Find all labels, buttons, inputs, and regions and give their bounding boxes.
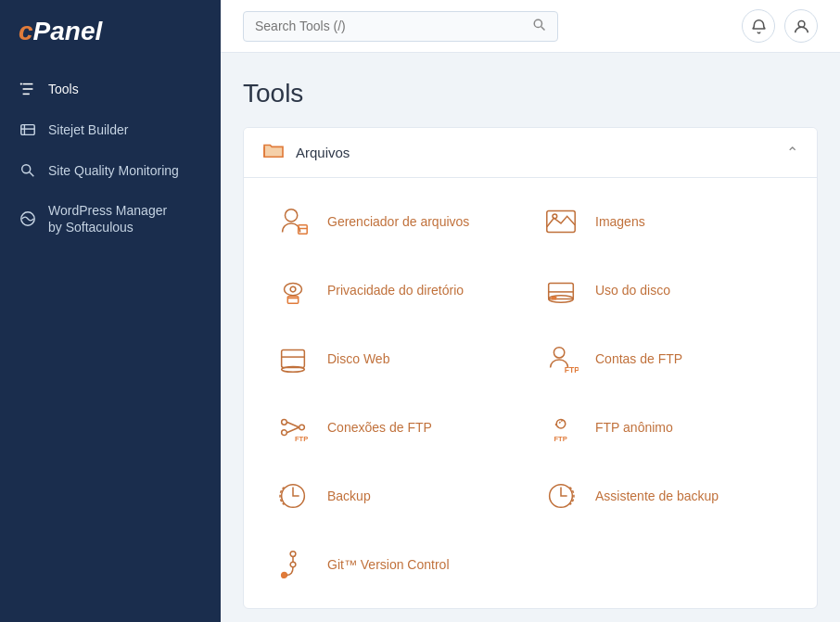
search-bar[interactable] — [243, 11, 558, 42]
tools-grid-arquivos: Gerenciador de arquivos Imagens — [244, 178, 817, 608]
sidebar-item-sitejet-label: Sitejet Builder — [48, 121, 128, 138]
svg-point-42 — [282, 573, 287, 578]
tool-gerenciador[interactable]: Gerenciador de arquivos — [262, 187, 530, 256]
tool-imagens[interactable]: Imagens — [530, 187, 798, 256]
sidebar-item-wordpress-label: WordPress Managerby Softaculous — [48, 202, 167, 235]
svg-text:FTP: FTP — [295, 435, 308, 443]
tool-conexoes-ftp[interactable]: FTP Conexões de FTP — [262, 393, 530, 462]
wordpress-icon — [19, 209, 37, 228]
tool-assistente-backup[interactable]: Assistente de backup — [530, 462, 798, 530]
svg-text:FTP: FTP — [565, 365, 579, 374]
svg-line-34 — [286, 422, 299, 427]
sidebar-item-wordpress[interactable]: WordPress Managerby Softaculous — [0, 191, 221, 247]
svg-point-33 — [299, 425, 305, 430]
tool-contas-ftp[interactable]: FTP Contas de FTP — [530, 324, 798, 393]
tool-ftp-anonimo-label: FTP anônimo — [595, 420, 673, 435]
svg-point-13 — [285, 209, 297, 222]
file-manager-icon — [272, 200, 314, 243]
sidebar-item-tools[interactable]: Tools — [0, 69, 221, 109]
tools-icon — [19, 80, 37, 98]
tool-privacidade[interactable]: Privacidade do diretório — [262, 256, 530, 324]
tool-backup-label: Backup — [327, 489, 371, 503]
svg-point-41 — [290, 552, 296, 557]
section-arquivos-title: Arquivos — [296, 145, 350, 160]
svg-point-17 — [553, 214, 557, 219]
svg-point-29 — [554, 348, 564, 358]
git-icon — [272, 543, 314, 586]
sitejet-icon — [19, 121, 37, 139]
svg-point-12 — [798, 20, 805, 27]
page-title: Tools — [243, 79, 818, 108]
section-arquivos-header: Arquivos ⌃ — [244, 128, 817, 178]
svg-point-32 — [282, 430, 287, 436]
tool-disco-uso[interactable]: Uso do disco — [530, 256, 798, 324]
ftp-anonymous-icon: FTP — [540, 406, 582, 449]
images-icon — [540, 200, 582, 243]
web-disk-icon — [272, 337, 314, 380]
notifications-button[interactable] — [742, 9, 775, 43]
page-content: Tools Arquivos ⌃ — [221, 53, 840, 622]
svg-rect-25 — [552, 297, 557, 300]
sidebar-item-site-quality[interactable]: Site Quality Monitoring — [0, 150, 221, 191]
svg-point-19 — [290, 286, 296, 292]
search-input[interactable] — [255, 19, 525, 33]
tool-gerenciador-label: Gerenciador de arquivos — [327, 214, 469, 229]
svg-text:FTP: FTP — [554, 435, 566, 443]
svg-point-10 — [534, 19, 541, 27]
tool-disco-web[interactable]: Disco Web — [262, 324, 530, 393]
section-arquivos-chevron[interactable]: ⌃ — [786, 144, 798, 161]
backup-wizard-icon — [540, 475, 582, 517]
ftp-accounts-icon: FTP — [540, 337, 582, 380]
tool-assistente-backup-label: Assistente de backup — [595, 489, 719, 503]
header-actions — [742, 9, 818, 43]
svg-point-7 — [22, 165, 31, 173]
user-button[interactable] — [784, 9, 818, 43]
sidebar-item-site-quality-label: Site Quality Monitoring — [48, 162, 179, 179]
tool-disco-web-label: Disco Web — [327, 351, 389, 366]
tool-ftp-anonimo[interactable]: FTP FTP anônimo — [530, 393, 798, 462]
tool-contas-ftp-label: Contas de FTP — [595, 351, 682, 366]
main-content: Tools Arquivos ⌃ — [221, 0, 840, 622]
svg-rect-4 — [21, 125, 34, 135]
logo: cPanel — [0, 0, 221, 61]
svg-point-31 — [282, 419, 287, 425]
svg-line-11 — [541, 26, 545, 30]
folder-icon — [262, 141, 285, 164]
sidebar-item-tools-label: Tools — [48, 81, 79, 97]
svg-line-35 — [286, 427, 299, 433]
tool-privacidade-label: Privacidade do diretório — [327, 283, 464, 298]
section-arquivos: Arquivos ⌃ Gerenciador de arqui — [243, 127, 818, 609]
backup-icon — [272, 475, 314, 517]
tool-imagens-label: Imagens — [595, 214, 645, 229]
sidebar: cPanel Tools — [0, 0, 221, 622]
tool-git[interactable]: Git™ Version Control — [262, 530, 530, 599]
disk-usage-icon — [540, 269, 582, 311]
ftp-connections-icon: FTP — [272, 406, 314, 449]
tool-conexoes-ftp-label: Conexões de FTP — [327, 420, 432, 435]
directory-privacy-icon — [272, 269, 314, 311]
tool-disco-uso-label: Uso do disco — [595, 283, 670, 298]
sidebar-nav: Tools Sitejet Builder Site Quality Moni — [0, 61, 221, 254]
svg-line-8 — [30, 172, 34, 177]
site-quality-icon — [19, 161, 37, 180]
header — [221, 0, 840, 53]
tool-backup[interactable]: Backup — [262, 462, 530, 530]
tool-git-label: Git™ Version Control — [327, 557, 450, 572]
search-icon[interactable] — [532, 18, 546, 35]
sidebar-item-sitejet[interactable]: Sitejet Builder — [0, 109, 221, 150]
svg-rect-26 — [282, 350, 305, 368]
svg-point-18 — [285, 283, 302, 295]
svg-point-43 — [290, 562, 296, 567]
